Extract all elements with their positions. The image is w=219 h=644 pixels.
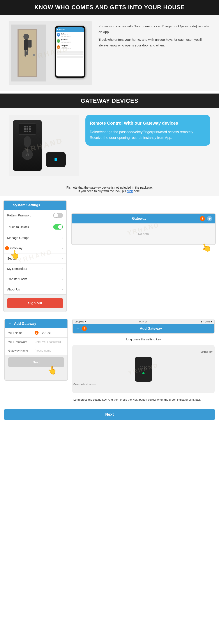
section2-header: GATEWAY DEVICES — [0, 94, 219, 108]
add-gateway-section: ← Add Gateway WiFi Name 3 201901 WiFi Pa… — [0, 314, 219, 425]
no-data-text: No data — [72, 224, 215, 244]
gateway-right-panel: ← Gateway 2 + No data YRHAND 👆 — [71, 213, 216, 252]
wifi-name-field: WiFi Name 3 201901 — [5, 328, 68, 338]
gateway-device-illustration: Setting key — [72, 345, 214, 393]
wifi-password-placeholder: Enter WiFi password — [34, 340, 64, 344]
sign-out-button[interactable]: Sign out — [7, 298, 63, 308]
know-who-section: Records S SON APP Unlock 2017-08-18 12:0… — [0, 15, 219, 91]
menu-item-touch-to-unlock[interactable]: Touch to Unlock — [4, 221, 66, 233]
wifi-password-field[interactable]: WiFi Password Enter WiFi password — [5, 338, 68, 346]
record-row-son: S SON APP Unlock 2017-08-18 12:02:07 — [56, 32, 84, 38]
long-press-label: long press the setting key — [72, 336, 214, 343]
know-who-text: Knows who comes with Door opening ( card… — [98, 21, 210, 52]
wifi-name-label: WiFi Name — [8, 331, 32, 334]
chevron-icon: › — [62, 256, 63, 260]
record-row-daughter: D Daughter Passcode 2017-08-18 12:02:38 — [56, 44, 84, 50]
back-arrow-icon[interactable]: ← — [75, 216, 78, 221]
add-gateway-topbar2: ← 4 Add Gateway — [73, 324, 214, 333]
svg-rect-5 — [24, 40, 28, 50]
menu-item-manage-groups[interactable]: Manage Groups › — [4, 233, 66, 243]
device-led — [142, 372, 144, 374]
add-gateway-right: ul Optus ▼ 9:37 pm ▲ * 25% ■ ← 4 Add Gat… — [72, 319, 214, 404]
gateway-device-body — [135, 356, 152, 382]
gateway-topbar: ← Gateway 2 + — [72, 214, 215, 224]
gateway-name-label: Gateway Name — [8, 349, 32, 352]
add-gateway-topbar: ← Add Gateway — [5, 319, 68, 328]
system-settings-topbar: ← System Settings — [4, 201, 66, 210]
menu-item-transfer-locks[interactable]: Transfer Locks › — [4, 274, 66, 284]
chevron-icon: › — [62, 288, 63, 291]
menu-item-my-reminders[interactable]: My Reminders › — [4, 264, 66, 274]
back-arrow-icon[interactable]: ← — [76, 326, 80, 331]
svg-rect-6 — [28, 40, 32, 48]
next-button-bottom[interactable]: Next — [4, 409, 214, 420]
gateway-hub-device — [46, 152, 66, 167]
toggle-touch-unlock[interactable] — [53, 224, 63, 230]
click-here-link[interactable]: click — [127, 189, 133, 193]
gateway-devices-section: ⌀ YRHAND Remote Control With our Gateway… — [0, 108, 219, 183]
gateway-name-field[interactable]: Gateway Name Please name — [5, 346, 68, 355]
record-row-husband: H Husband Fingerprint unlock 2017-08-18 … — [56, 38, 84, 44]
gateway-name-placeholder: Please name — [34, 349, 64, 352]
chevron-icon: › — [62, 267, 63, 271]
add-badge: 4 — [82, 326, 87, 331]
back-arrow-icon[interactable]: ← — [7, 203, 11, 208]
add-gateway-form-screen: ← Add Gateway WiFi Name 3 201901 WiFi Pa… — [4, 319, 68, 381]
chevron-icon: › — [62, 236, 63, 240]
chevron-icon: › — [62, 246, 63, 250]
system-settings-screen: ← System Settings Pattern Password Touch… — [3, 200, 67, 312]
menu-item-pattern-password[interactable]: Pattern Password — [4, 210, 66, 221]
menu-item-about-us[interactable]: About Us › — [4, 284, 66, 294]
status-bar: ul Optus ▼ 9:37 pm ▲ * 25% ■ — [73, 319, 214, 324]
phone-screen-header: Records — [56, 28, 84, 32]
add-gateway-button[interactable]: + — [207, 216, 212, 221]
gateway-info-bubble: Remote Control With our Gateway devices … — [86, 115, 210, 146]
next-button-form[interactable]: Next 👆 — [8, 357, 64, 367]
wifi-name-badge: 3 — [34, 331, 38, 335]
gateway-notif-badge: 1 — [5, 246, 9, 250]
wifi-password-label: WiFi Password — [8, 340, 32, 344]
green-indicator-label: Green indicator- — [73, 383, 96, 386]
gateway-badge: 2 — [200, 216, 205, 221]
back-arrow-icon[interactable]: ← — [8, 321, 12, 326]
long-press-description: Long press the setting key. And then pre… — [72, 396, 214, 404]
svg-point-3 — [33, 54, 35, 56]
app-screenshots-section: ← System Settings Pattern Password Touch… — [0, 196, 219, 314]
section1-header: KNOW WHO COMES AND GETS INTO YOUR HOUSE — [0, 0, 219, 15]
gateway-topbar-right: 2 + — [200, 216, 212, 221]
gateway-note: Pls note that the gateway device is not … — [0, 183, 219, 196]
chevron-icon: › — [62, 277, 63, 281]
wifi-name-value: 201901 — [42, 331, 64, 334]
gateway-screen: ← Gateway 2 + No data YRHAND — [71, 213, 216, 245]
toggle-pattern-password[interactable] — [53, 213, 63, 218]
hand-cursor-1: 👆 — [9, 249, 21, 260]
add-gateway-phone-top: ul Optus ▼ 9:37 pm ▲ * 25% ■ ← 4 Add Gat… — [72, 319, 214, 334]
know-who-image: Records S SON APP Unlock 2017-08-18 12:0… — [9, 21, 92, 85]
svg-point-4 — [24, 34, 29, 40]
svg-rect-7 — [24, 50, 26, 56]
setting-key-label: Setting key — [193, 350, 212, 353]
hand-cursor-3: 👆 — [47, 365, 58, 376]
smart-lock-device: ⌀ — [13, 120, 42, 171]
